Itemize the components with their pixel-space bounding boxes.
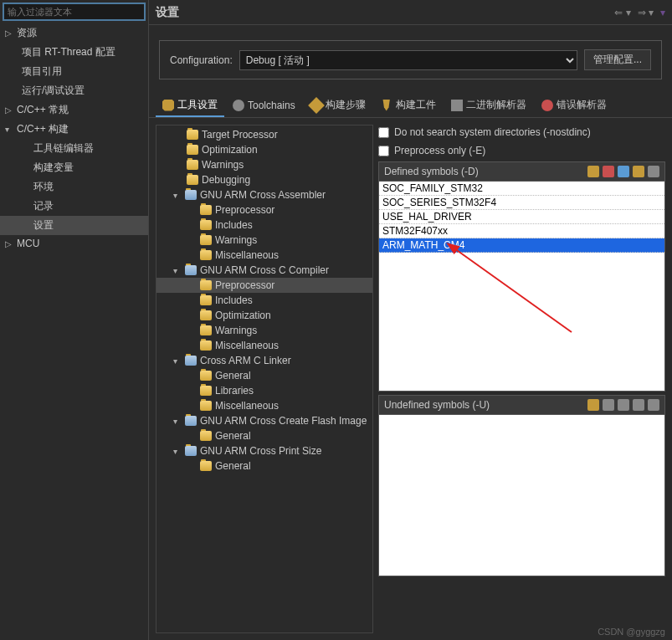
folder-icon	[200, 461, 212, 471]
tab-build-steps[interactable]: 构建步骤	[304, 95, 372, 117]
list-item[interactable]: SOC_FAMILY_STM32	[379, 182, 664, 196]
folder-icon	[200, 401, 212, 411]
chevron-right-icon: ▷	[5, 239, 13, 248]
tree-linker-libraries[interactable]: Libraries	[156, 383, 372, 398]
page-header: 设置 ⇐ ▾ ⇒ ▾ ▾	[149, 0, 672, 25]
tree-c-optimization[interactable]: Optimization	[156, 308, 372, 323]
filter-input[interactable]	[3, 3, 146, 21]
folder-icon	[200, 280, 212, 290]
tree-optimization[interactable]: Optimization	[156, 142, 372, 157]
tree-print[interactable]: ▾GNU ARM Cross Print Size	[156, 443, 372, 458]
tab-error-parsers[interactable]: 错误解析器	[535, 95, 613, 117]
nav-env[interactable]: 环境	[0, 177, 148, 197]
chevron-down-icon: ▾	[173, 356, 182, 366]
folder-icon	[200, 325, 212, 335]
nostdinc-checkbox[interactable]	[378, 127, 389, 138]
tree-c-includes[interactable]: Includes	[156, 293, 372, 308]
undefined-symbols-list[interactable]	[379, 415, 664, 576]
folder-icon	[200, 340, 212, 351]
nav-cpp-build[interactable]: ▾C/C++ 构建	[0, 120, 148, 139]
chevron-down-icon: ▾	[5, 125, 13, 134]
tree-gnu-c[interactable]: ▾GNU ARM Cross C Compiler	[156, 263, 372, 278]
move-up-icon[interactable]	[633, 166, 644, 177]
move-up-icon[interactable]	[633, 399, 644, 411]
folder-icon	[200, 250, 212, 260]
wrench-icon	[162, 100, 174, 111]
tree-gnu-asm[interactable]: ▾GNU ARM Cross Assembler	[156, 187, 372, 202]
svg-line-0	[454, 248, 572, 332]
nav-refs[interactable]: 项目引用	[0, 62, 148, 81]
tree-flash[interactable]: ▾GNU ARM Cross Create Flash Image	[156, 413, 372, 428]
tab-tool-settings[interactable]: 工具设置	[156, 95, 224, 117]
folder-icon	[187, 130, 198, 140]
group-icon	[185, 265, 197, 275]
tabs: 工具设置 Toolchains 构建步骤 构建工件 二进制解析器 错误解析器	[149, 95, 672, 118]
nav-logging[interactable]: 记录	[0, 197, 148, 216]
add-icon[interactable]	[587, 166, 599, 177]
chevron-right-icon: ▷	[5, 105, 13, 115]
error-icon	[541, 100, 553, 111]
tree-flash-general[interactable]: General	[156, 428, 372, 443]
tree-linker-general[interactable]: General	[156, 368, 372, 383]
list-item-selected[interactable]: ARM_MATH_CM4	[379, 238, 664, 253]
tree-asm-misc[interactable]: Miscellaneous	[156, 248, 372, 263]
tree-asm-preprocessor[interactable]: Preprocessor	[156, 202, 372, 218]
minimize-icon[interactable]: ▾	[660, 7, 665, 18]
gear-icon	[233, 100, 244, 111]
nav-settings[interactable]: 设置	[0, 216, 148, 235]
tree-warnings[interactable]: Warnings	[156, 157, 372, 172]
list-item[interactable]: USE_HAL_DRIVER	[379, 210, 664, 224]
nav-mcu[interactable]: ▷MCU	[0, 235, 148, 252]
tree-print-general[interactable]: General	[156, 458, 372, 474]
tree-asm-warnings[interactable]: Warnings	[156, 233, 372, 248]
edit-icon[interactable]	[618, 399, 629, 411]
move-down-icon[interactable]	[648, 399, 659, 411]
back-arrow-icon[interactable]: ⇐ ▾	[614, 7, 630, 18]
tree-linker-misc[interactable]: Miscellaneous	[156, 398, 372, 413]
nav-build-vars[interactable]: 构建变量	[0, 158, 148, 177]
add-icon[interactable]	[587, 399, 599, 411]
config-select[interactable]: Debug [ 活动 ]	[239, 50, 577, 70]
tree-c-preprocessor[interactable]: Preprocessor	[156, 278, 372, 293]
defined-symbols-box: Defined symbols (-D) SOC_FAMILY_STM32 SO…	[378, 161, 665, 392]
chevron-down-icon: ▾	[173, 447, 182, 456]
move-down-icon[interactable]	[648, 166, 659, 177]
nav-cpp-general[interactable]: ▷C/C++ 常规	[0, 100, 148, 120]
group-icon	[185, 190, 197, 200]
defined-symbols-list[interactable]: SOC_FAMILY_STM32 SOC_SERIES_STM32F4 USE_…	[379, 182, 664, 391]
edit-icon[interactable]	[618, 166, 629, 177]
tab-build-artifacts[interactable]: 构建工件	[374, 95, 443, 117]
tree-debugging[interactable]: Debugging	[156, 172, 372, 187]
chevron-down-icon: ▾	[173, 191, 182, 200]
undefined-symbols-box: Undefined symbols (-U)	[378, 395, 665, 576]
trophy-icon	[381, 100, 392, 111]
nav-rt-thread[interactable]: 项目 RT-Thread 配置	[0, 43, 148, 62]
chevron-down-icon: ▾	[173, 266, 182, 275]
folder-icon	[200, 310, 212, 320]
nav-run-debug[interactable]: 运行/调试设置	[0, 81, 148, 100]
tree-linker[interactable]: ▾Cross ARM C Linker	[156, 353, 372, 368]
watermark: CSDN @gyggzg	[598, 627, 665, 637]
nav-toolchain-editor[interactable]: 工具链编辑器	[0, 139, 148, 158]
nav-tree: ▷资源 项目 RT-Thread 配置 项目引用 运行/调试设置 ▷C/C++ …	[0, 23, 148, 640]
group-icon	[185, 446, 197, 456]
configuration-box: Configuration: Debug [ 活动 ] 管理配置...	[159, 40, 662, 79]
nav-resources[interactable]: ▷资源	[0, 23, 148, 43]
tree-c-warnings[interactable]: Warnings	[156, 323, 372, 338]
tab-toolchains[interactable]: Toolchains	[226, 95, 302, 117]
list-item[interactable]: SOC_SERIES_STM32F4	[379, 196, 664, 210]
preprocess-checkbox[interactable]	[378, 146, 389, 156]
delete-icon[interactable]	[603, 399, 614, 411]
hammer-icon	[308, 97, 325, 114]
manage-config-button[interactable]: 管理配置...	[584, 49, 651, 70]
group-icon	[185, 416, 197, 426]
list-item[interactable]: STM32F407xx	[379, 224, 664, 238]
tab-binary-parsers[interactable]: 二进制解析器	[444, 95, 533, 117]
folder-icon	[200, 220, 212, 230]
tree-asm-includes[interactable]: Includes	[156, 218, 372, 233]
tree-target-processor[interactable]: Target Processor	[156, 127, 372, 142]
tree-c-misc[interactable]: Miscellaneous	[156, 338, 372, 353]
delete-icon[interactable]	[603, 166, 614, 177]
defined-symbols-title: Defined symbols (-D)	[384, 166, 587, 177]
forward-arrow-icon[interactable]: ⇒ ▾	[638, 7, 654, 18]
